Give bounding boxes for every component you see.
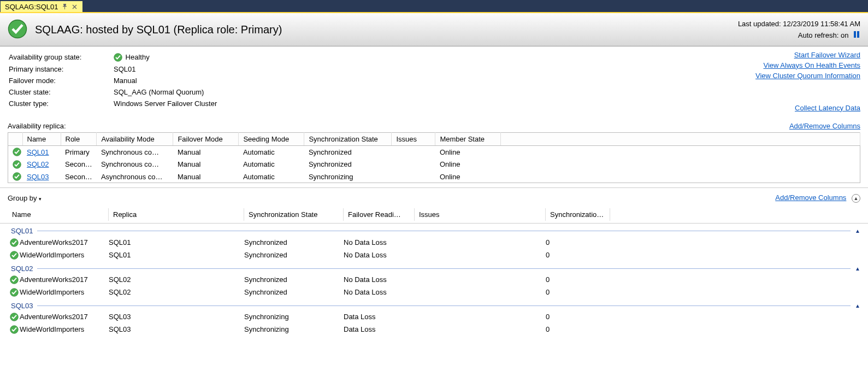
db-row[interactable]: AdventureWorks2017SQL03SynchronizingData… [0, 311, 868, 324]
db-row[interactable]: AdventureWorks2017SQL01SynchronizedNo Da… [0, 236, 868, 249]
replica-col-header[interactable]: Name [22, 132, 61, 145]
replica-availability-mode: Synchronous co… [97, 145, 173, 158]
db-group-name: SQL01 [11, 227, 33, 235]
db-sync-perf: 0 [546, 238, 610, 246]
replica-col-header[interactable]: Availability Mode [97, 132, 173, 145]
collapse-all-icon[interactable]: ▲ [852, 194, 860, 203]
auto-refresh: Auto refresh: on [738, 30, 860, 42]
db-row[interactable]: WideWorldImportersSQL02SynchronizedNo Da… [0, 286, 868, 298]
db-group-header[interactable]: SQL01▲ [0, 224, 868, 236]
col-header-sync[interactable]: Synchronization State [244, 208, 344, 221]
health-ok-icon [8, 171, 23, 183]
replica-row: SQL01PrimarySynchronous co…ManualAutomat… [8, 145, 860, 158]
db-replica: SQL01 [109, 238, 244, 246]
replica-name-link[interactable]: SQL01 [27, 148, 49, 156]
db-row[interactable]: WideWorldImportersSQL03SynchronizingData… [0, 323, 868, 336]
replica-col-header[interactable]: Seeding Mode [239, 132, 304, 145]
replica-issues [392, 171, 435, 183]
db-columns-header: Name Replica Synchronization State Failo… [0, 206, 868, 224]
replica-col-header[interactable]: Issues [392, 132, 435, 145]
pause-icon[interactable] [854, 30, 860, 42]
health-ok-icon [8, 158, 23, 171]
col-header-name[interactable]: Name [8, 208, 109, 221]
replica-col-header[interactable]: Synchronization State [304, 132, 392, 145]
replica-seeding-mode: Automatic [239, 171, 304, 183]
db-failover-readiness: No Data Loss [344, 238, 415, 246]
health-ok-icon [10, 250, 20, 260]
summary-value: SQL01 [114, 64, 222, 74]
replica-failover-mode: Manual [173, 158, 239, 171]
replica-name-link[interactable]: SQL03 [27, 173, 49, 181]
summary-label: Availability group state: [9, 52, 113, 63]
health-ok-icon [8, 19, 27, 40]
summary-section: Availability group state: HealthyPrimary… [0, 46, 868, 116]
db-sync-state: Synchronizing [244, 325, 344, 333]
health-ok-icon [10, 275, 20, 285]
group-by-dropdown[interactable]: Group by [8, 194, 42, 202]
replica-member-state: Online [435, 145, 501, 158]
dashboard-header: SQLAAG: hosted by SQL01 (Replica role: P… [0, 12, 868, 46]
db-replica: SQL02 [109, 288, 244, 296]
db-row[interactable]: WideWorldImportersSQL01SynchronizedNo Da… [0, 249, 868, 261]
replica-col-header[interactable]: Role [61, 132, 97, 145]
db-failover-readiness: Data Loss [344, 325, 415, 333]
collect-latency-link[interactable]: Collect Latency Data [795, 104, 860, 112]
view-quorum-info-link[interactable]: View Cluster Quorum Information [755, 72, 860, 80]
last-updated: Last updated: 12/23/2019 11:58:41 AM [738, 19, 860, 30]
replica-name-link[interactable]: SQL02 [27, 160, 49, 168]
summary-value: SQL_AAG (Normal Quorum) [114, 87, 222, 97]
replica-member-state: Online [435, 171, 501, 183]
health-ok-icon [8, 145, 23, 158]
health-ok-icon [10, 238, 20, 247]
summary-label: Cluster state: [9, 87, 113, 97]
replica-issues [392, 158, 435, 171]
db-sync-perf: 0 [546, 275, 610, 284]
db-name: AdventureWorks2017 [20, 238, 88, 246]
summary-row: Failover mode:Manual [9, 75, 222, 86]
db-failover-readiness: No Data Loss [344, 251, 415, 259]
db-failover-readiness: No Data Loss [344, 288, 415, 296]
db-sync-perf: 0 [546, 251, 610, 259]
col-header-replica[interactable]: Replica [109, 208, 244, 221]
health-ok-icon [10, 325, 20, 334]
db-name: WideWorldImporters [20, 288, 84, 296]
db-group-header[interactable]: SQL02▲ [0, 261, 868, 274]
db-group-header[interactable]: SQL03▲ [0, 298, 868, 311]
col-header-failover[interactable]: Failover Readi… [344, 208, 415, 221]
db-sync-perf: 0 [546, 325, 610, 333]
close-icon[interactable] [72, 3, 78, 10]
add-remove-columns-db-link[interactable]: Add/Remove Columns [775, 193, 846, 202]
replica-sync-state: Synchronizing [304, 171, 392, 183]
summary-value: Healthy [114, 52, 222, 63]
db-name: WideWorldImporters [20, 251, 84, 259]
summary-value: Manual [114, 75, 222, 86]
db-sync-state: Synchronized [244, 275, 344, 284]
tab-title: SQLAAG:SQL01 [5, 3, 58, 11]
db-sync-state: Synchronized [244, 251, 344, 259]
summary-row: Cluster state:SQL_AAG (Normal Quorum) [9, 87, 222, 97]
db-row[interactable]: AdventureWorks2017SQL02SynchronizedNo Da… [0, 274, 868, 286]
divider [37, 306, 851, 306]
health-ok-icon [114, 53, 123, 61]
replica-failover-mode: Manual [173, 145, 239, 158]
replica-role: Primary [61, 145, 97, 158]
document-tab[interactable]: SQLAAG:SQL01 [1, 1, 82, 12]
replica-availability-mode: Asynchronous co… [97, 171, 173, 183]
availability-replica-label: Availability replica: [8, 122, 66, 130]
col-header-issues[interactable]: Issues [415, 208, 546, 221]
db-group-name: SQL02 [11, 265, 33, 273]
chevron-up-icon[interactable]: ▲ [855, 303, 860, 309]
pin-icon[interactable] [62, 3, 68, 10]
divider [37, 231, 851, 231]
start-failover-wizard-link[interactable]: Start Failover Wizard [794, 51, 860, 59]
replica-col-header[interactable]: Failover Mode [173, 132, 239, 145]
view-health-events-link[interactable]: View Always On Health Events [763, 61, 860, 69]
col-header-perf[interactable]: Synchronizatio… [546, 208, 610, 221]
chevron-up-icon[interactable]: ▲ [855, 266, 860, 272]
chevron-up-icon[interactable]: ▲ [855, 228, 860, 234]
db-name: WideWorldImporters [20, 325, 84, 333]
replica-col-header[interactable]: Member State [435, 132, 501, 145]
summary-row: Primary instance:SQL01 [9, 64, 222, 74]
replica-table: NameRoleAvailability ModeFailover ModeSe… [8, 132, 860, 184]
add-remove-columns-replica-link[interactable]: Add/Remove Columns [789, 122, 860, 130]
